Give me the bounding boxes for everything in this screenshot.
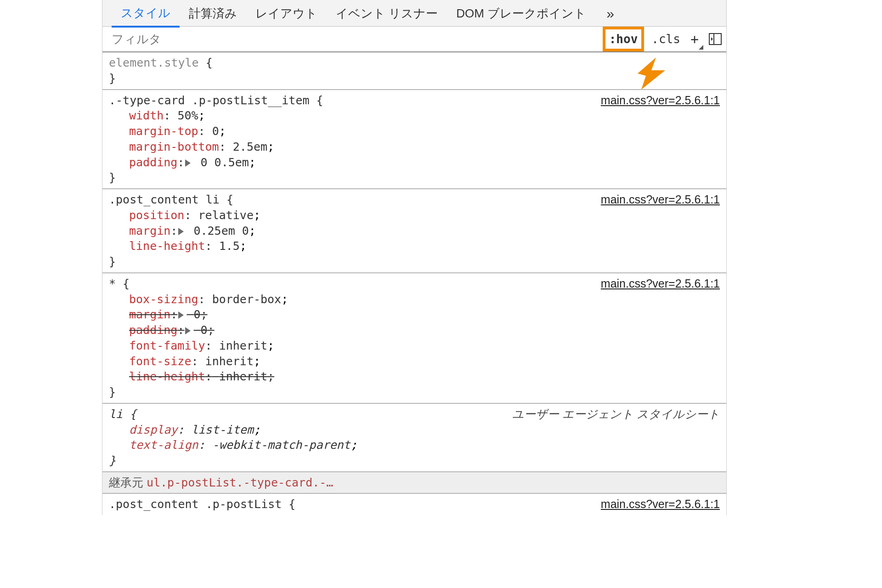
property-name: line-height — [129, 239, 205, 253]
css-rule[interactable]: ユーザー エージェント スタイルシートli {display: list-ite… — [102, 404, 726, 472]
property-name: position — [129, 209, 184, 222]
expand-shorthand-icon[interactable] — [185, 159, 191, 167]
property-name: font-size — [129, 355, 191, 368]
css-declaration[interactable]: box-sizing: border-box; — [109, 292, 720, 307]
css-rule[interactable]: main.css?ver=2.5.6.1:1* {box-sizing: bor… — [102, 273, 726, 404]
property-name: margin-top — [129, 124, 198, 138]
dropdown-triangle-icon — [699, 45, 703, 50]
tab-layout[interactable]: レイアウト — [246, 0, 327, 26]
property-name: font-family — [129, 339, 205, 352]
property-name: line-height — [129, 370, 205, 383]
expand-shorthand-icon[interactable] — [185, 327, 191, 334]
property-value: 1.5 — [219, 239, 240, 253]
expand-shorthand-icon[interactable] — [178, 311, 184, 319]
selector: element.style — [109, 56, 199, 69]
panel-icon — [709, 33, 722, 45]
css-declaration[interactable]: display: list-item; — [109, 422, 720, 438]
source-link[interactable]: main.css?ver=2.5.6.1:1 — [601, 93, 720, 108]
property-value: 0 — [200, 323, 207, 337]
tab-dom-breakpoints[interactable]: DOM ブレークポイント — [447, 0, 595, 26]
new-rule-button[interactable]: + — [685, 27, 704, 51]
property-value: 50% — [177, 109, 198, 122]
svg-marker-2 — [711, 37, 713, 41]
property-value: 2.5em — [233, 140, 267, 153]
source-link[interactable]: main.css?ver=2.5.6.1:1 — [601, 192, 720, 208]
plus-icon: + — [690, 31, 699, 47]
property-name: display — [129, 423, 177, 436]
css-declaration[interactable]: margin-bottom: 2.5em; — [109, 139, 720, 155]
source-link[interactable]: ユーザー エージェント スタイルシート — [512, 407, 720, 422]
styles-panel: スタイル 計算済み レイアウト イベント リスナー DOM ブレークポイント »… — [102, 0, 727, 515]
css-declaration[interactable]: font-size: inherit; — [109, 354, 720, 369]
css-declaration[interactable]: font-family: inherit; — [109, 338, 720, 354]
property-value: inherit — [219, 370, 267, 383]
inherit-selector[interactable]: ul.p-postList.-type-card.-… — [147, 476, 333, 489]
source-link[interactable]: main.css?ver=2.5.6.1:1 — [601, 276, 720, 292]
inherit-label: 継承元 — [109, 476, 143, 489]
svg-rect-0 — [709, 34, 721, 45]
tabs-bar: スタイル 計算済み レイアウト イベント リスナー DOM ブレークポイント » — [102, 0, 726, 27]
filter-input[interactable] — [102, 27, 603, 51]
rule-element-style[interactable]: element.style { } — [102, 52, 726, 90]
css-rule[interactable]: main.css?ver=2.5.6.1:1.post_content li {… — [102, 189, 726, 273]
cls-toggle[interactable]: .cls — [647, 27, 685, 51]
rule-tail[interactable]: .post_content .p-postList { main.css?ver… — [102, 494, 726, 515]
css-declaration[interactable]: line-height: 1.5; — [109, 238, 720, 254]
property-value: relative — [198, 209, 254, 222]
css-rule[interactable]: main.css?ver=2.5.6.1:1.-type-card .p-pos… — [102, 90, 726, 190]
inherited-from-row: 継承元 ul.p-postList.-type-card.-… — [102, 472, 726, 494]
open-brace: { — [206, 56, 213, 69]
property-value: 0 — [212, 124, 219, 138]
selector: .post_content .p-postList — [109, 498, 282, 511]
close-brace: } — [109, 72, 116, 85]
property-value: 0.25em 0 — [193, 224, 249, 237]
css-declaration[interactable]: text-align: -webkit-match-parent; — [109, 437, 720, 453]
hov-toggle[interactable]: :hov — [603, 27, 645, 51]
property-name: padding — [129, 323, 177, 337]
property-value: border-box — [212, 293, 282, 306]
property-value: inherit — [205, 355, 254, 368]
tab-computed[interactable]: 計算済み — [180, 0, 246, 26]
rules-list: element.style { } main.css?ver=2.5.6.1:1… — [102, 52, 726, 515]
css-declaration[interactable]: position: relative; — [109, 208, 720, 223]
property-name: margin — [129, 224, 170, 237]
property-name: margin — [129, 308, 170, 321]
selector: li — [109, 407, 123, 421]
tabs-overflow[interactable]: » — [597, 0, 623, 26]
property-name: text-align — [129, 438, 198, 452]
tab-event-listeners[interactable]: イベント リスナー — [327, 0, 447, 26]
property-name: margin-bottom — [129, 140, 219, 153]
css-declaration[interactable]: padding: 0; — [109, 322, 720, 338]
property-value: list-item — [191, 423, 253, 436]
styles-toolbar: :hov .cls + — [102, 27, 726, 52]
source-link[interactable]: main.css?ver=2.5.6.1:1 — [601, 497, 720, 512]
property-name: box-sizing — [129, 293, 198, 306]
css-declaration[interactable]: margin-top: 0; — [109, 124, 720, 139]
css-declaration[interactable]: margin: 0; — [109, 307, 720, 322]
tab-styles[interactable]: スタイル — [112, 0, 180, 28]
selector: .post_content li — [109, 193, 220, 206]
css-declaration[interactable]: line-height: inherit; — [109, 369, 720, 384]
property-value: inherit — [219, 339, 267, 352]
property-name: padding — [129, 156, 177, 169]
toggle-sidebar-button[interactable] — [704, 27, 726, 51]
css-declaration[interactable]: margin: 0.25em 0; — [109, 223, 720, 239]
expand-shorthand-icon[interactable] — [178, 228, 184, 235]
css-declaration[interactable]: width: 50%; — [109, 108, 720, 124]
property-value: -webkit-match-parent — [212, 438, 351, 452]
property-value: 0 0.5em — [200, 156, 249, 169]
property-value: 0 — [193, 308, 200, 321]
selector: .-type-card .p-postList__item — [109, 94, 310, 107]
css-declaration[interactable]: padding: 0 0.5em; — [109, 155, 720, 170]
selector: * — [109, 277, 116, 290]
property-name: width — [129, 109, 164, 122]
